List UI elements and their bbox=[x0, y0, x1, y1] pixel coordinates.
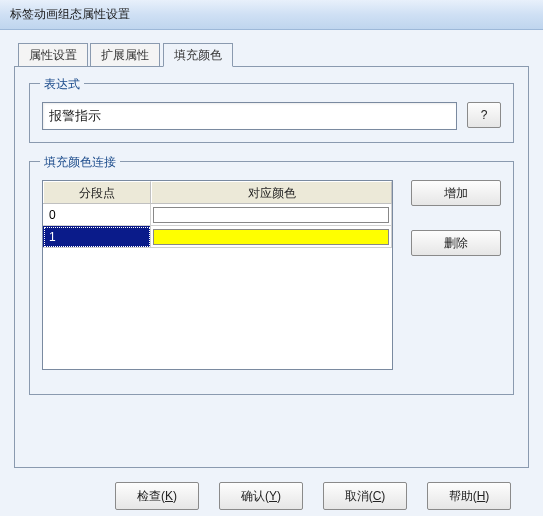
col-header-color[interactable]: 对应颜色 bbox=[151, 181, 392, 203]
fill-table[interactable]: 分段点 对应颜色 01 bbox=[42, 180, 393, 370]
tab-extended-attr[interactable]: 扩展属性 bbox=[90, 43, 160, 67]
col-header-point[interactable]: 分段点 bbox=[43, 181, 151, 203]
fill-side-buttons: 增加 删除 bbox=[411, 180, 501, 370]
tab-panel-fill-color: 表达式 ? 填充颜色连接 分段点 对应颜色 01 bbox=[14, 66, 529, 468]
window-title: 标签动画组态属性设置 bbox=[10, 7, 130, 21]
add-button[interactable]: 增加 bbox=[411, 180, 501, 206]
table-row[interactable]: 1 bbox=[43, 226, 392, 248]
group-expression-legend: 表达式 bbox=[40, 76, 84, 93]
expression-input[interactable] bbox=[42, 102, 457, 130]
group-fill-link-legend: 填充颜色连接 bbox=[40, 154, 120, 171]
group-expression: 表达式 ? bbox=[29, 83, 514, 143]
titlebar: 标签动画组态属性设置 bbox=[0, 0, 543, 30]
fill-table-body: 01 bbox=[43, 204, 392, 248]
help-button[interactable]: 帮助(H) bbox=[427, 482, 511, 510]
expression-help-button[interactable]: ? bbox=[467, 102, 501, 128]
dialog-footer: 检查(K) 确认(Y) 取消(C) 帮助(H) bbox=[14, 468, 529, 510]
cell-color[interactable] bbox=[151, 226, 392, 248]
client-area: 属性设置 扩展属性 填充颜色 表达式 ? 填充颜色连接 分段点 对应颜色 bbox=[0, 30, 543, 516]
cell-color[interactable] bbox=[151, 204, 392, 226]
cancel-button[interactable]: 取消(C) bbox=[323, 482, 407, 510]
table-row[interactable]: 0 bbox=[43, 204, 392, 226]
color-swatch[interactable] bbox=[153, 229, 389, 245]
tab-fill-color[interactable]: 填充颜色 bbox=[163, 43, 233, 67]
tab-strip: 属性设置 扩展属性 填充颜色 bbox=[18, 42, 529, 66]
group-fill-link: 填充颜色连接 分段点 对应颜色 01 增加 删除 bbox=[29, 161, 514, 395]
delete-button[interactable]: 删除 bbox=[411, 230, 501, 256]
fill-row: 分段点 对应颜色 01 增加 删除 bbox=[42, 180, 501, 370]
color-swatch[interactable] bbox=[153, 207, 389, 223]
cell-point[interactable]: 0 bbox=[43, 204, 151, 226]
ok-button[interactable]: 确认(Y) bbox=[219, 482, 303, 510]
expression-row: ? bbox=[42, 102, 501, 130]
cell-point[interactable]: 1 bbox=[43, 226, 151, 248]
fill-table-header: 分段点 对应颜色 bbox=[43, 181, 392, 204]
dialog-window: 标签动画组态属性设置 属性设置 扩展属性 填充颜色 表达式 ? 填充颜色连接 bbox=[0, 0, 543, 516]
tab-attr-settings[interactable]: 属性设置 bbox=[18, 43, 88, 67]
check-button[interactable]: 检查(K) bbox=[115, 482, 199, 510]
